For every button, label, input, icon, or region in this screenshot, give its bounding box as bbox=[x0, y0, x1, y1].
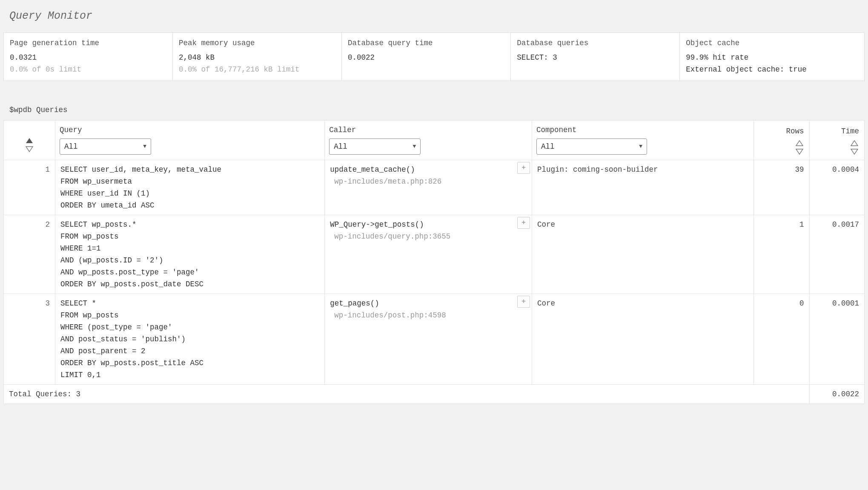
query-sql: SELECT wp_posts.* FROM wp_posts WHERE 1=… bbox=[60, 219, 319, 290]
summary-value: 2,048 kB bbox=[179, 52, 335, 63]
panel-title: Query Monitor bbox=[3, 4, 865, 32]
total-time: 0.0022 bbox=[809, 385, 864, 404]
sort-by-number[interactable] bbox=[4, 121, 55, 160]
summary-value: 0.0321 bbox=[10, 52, 166, 63]
sort-arrows-icon bbox=[850, 140, 859, 155]
column-label: Time bbox=[815, 125, 859, 137]
caller-function: update_meta_cache() bbox=[330, 164, 513, 176]
summary-value: 0.0022 bbox=[348, 52, 504, 63]
queries-table: Query All ▼ Caller All ▼ Component All ▼ bbox=[3, 120, 865, 404]
column-label: Query bbox=[60, 124, 320, 136]
column-query: Query All ▼ bbox=[55, 121, 325, 160]
table-row: 2SELECT wp_posts.* FROM wp_posts WHERE 1… bbox=[4, 215, 865, 294]
caller-file: wp-includes/query.php:3655 bbox=[330, 231, 513, 242]
chevron-down-icon: ▼ bbox=[143, 142, 146, 151]
svg-marker-5 bbox=[851, 149, 858, 154]
summary-db-time: Database query time 0.0022 bbox=[342, 33, 511, 81]
expand-caller-button[interactable]: + bbox=[517, 296, 530, 308]
summary-label: Object cache bbox=[686, 37, 858, 49]
caller-file: wp-includes/meta.php:826 bbox=[330, 176, 513, 187]
query-sql: SELECT user_id, meta_key, meta_value FRO… bbox=[60, 164, 319, 211]
select-value: All bbox=[334, 141, 347, 153]
summary-page-gen: Page generation time 0.0321 0.0% of 0s l… bbox=[4, 33, 173, 81]
plus-icon: + bbox=[521, 162, 526, 173]
caller-cell: WP_Query->get_posts()wp-includes/query.p… bbox=[325, 215, 532, 294]
query-cell: SELECT user_id, meta_key, meta_value FRO… bbox=[55, 160, 325, 215]
summary-object-cache: Object cache 99.9% hit rate External obj… bbox=[680, 33, 864, 81]
table-row: 3SELECT * FROM wp_posts WHERE (post_type… bbox=[4, 294, 865, 385]
summary-label: Database queries bbox=[517, 37, 673, 49]
summary-sub: 0.0% of 0s limit bbox=[10, 63, 166, 75]
table-row: 1SELECT user_id, meta_key, meta_value FR… bbox=[4, 160, 865, 215]
component-cell: Core bbox=[532, 215, 754, 294]
query-cell: SELECT wp_posts.* FROM wp_posts WHERE 1=… bbox=[55, 215, 325, 294]
section-header: $wpdb Queries bbox=[3, 100, 865, 120]
plus-icon: + bbox=[521, 217, 526, 228]
query-sql: SELECT * FROM wp_posts WHERE (post_type … bbox=[60, 297, 319, 381]
summary-peak-mem: Peak memory usage 2,048 kB 0.0% of 16,77… bbox=[173, 33, 342, 81]
column-time[interactable]: Time bbox=[809, 121, 864, 160]
select-value: All bbox=[64, 141, 78, 153]
table-header-row: Query All ▼ Caller All ▼ Component All ▼ bbox=[4, 121, 865, 160]
time-cell: 0.0004 bbox=[809, 160, 864, 215]
filter-caller-select[interactable]: All ▼ bbox=[329, 138, 421, 155]
caller-function: WP_Query->get_posts() bbox=[330, 219, 513, 231]
svg-marker-2 bbox=[796, 141, 803, 146]
table-footer-row: Total Queries: 3 0.0022 bbox=[4, 385, 865, 404]
expand-caller-button[interactable]: + bbox=[517, 217, 530, 229]
summary-value: 99.9% hit rate bbox=[686, 52, 858, 63]
component-cell: Core bbox=[532, 294, 754, 385]
svg-marker-1 bbox=[26, 147, 33, 152]
summary-label: Page generation time bbox=[10, 37, 166, 49]
summary-label: Peak memory usage bbox=[179, 37, 335, 49]
select-value: All bbox=[541, 141, 555, 153]
chevron-down-icon: ▼ bbox=[639, 142, 642, 151]
summary-value: SELECT: 3 bbox=[517, 52, 673, 63]
column-rows[interactable]: Rows bbox=[753, 121, 809, 160]
summary-db-queries: Database queries SELECT: 3 bbox=[511, 33, 680, 81]
rows-cell: 39 bbox=[753, 160, 809, 215]
rows-cell: 1 bbox=[753, 215, 809, 294]
component-cell: Plugin: coming-soon-builder bbox=[532, 160, 754, 215]
expand-caller-button[interactable]: + bbox=[517, 162, 530, 174]
row-number: 2 bbox=[4, 215, 55, 294]
sort-arrows-icon bbox=[795, 140, 804, 155]
summary-sub: 0.0% of 16,777,216 kB limit bbox=[179, 63, 335, 75]
chevron-down-icon: ▼ bbox=[413, 142, 416, 151]
svg-marker-4 bbox=[851, 141, 858, 146]
column-caller: Caller All ▼ bbox=[325, 121, 532, 160]
time-cell: 0.0017 bbox=[809, 215, 864, 294]
column-label: Caller bbox=[329, 124, 527, 136]
time-cell: 0.0001 bbox=[809, 294, 864, 385]
plus-icon: + bbox=[521, 296, 526, 307]
filter-component-select[interactable]: All ▼ bbox=[536, 138, 647, 155]
summary-label: Database query time bbox=[348, 37, 504, 49]
svg-marker-0 bbox=[26, 138, 33, 143]
caller-file: wp-includes/post.php:4598 bbox=[330, 309, 513, 321]
query-cell: SELECT * FROM wp_posts WHERE (post_type … bbox=[55, 294, 325, 385]
caller-function: get_pages() bbox=[330, 297, 513, 309]
rows-cell: 0 bbox=[753, 294, 809, 385]
row-number: 3 bbox=[4, 294, 55, 385]
svg-marker-3 bbox=[796, 149, 803, 154]
caller-cell: update_meta_cache()wp-includes/meta.php:… bbox=[325, 160, 532, 215]
row-number: 1 bbox=[4, 160, 55, 215]
summary-sub: External object cache: true bbox=[686, 63, 858, 75]
total-queries-label: Total Queries: 3 bbox=[4, 385, 810, 404]
column-component: Component All ▼ bbox=[532, 121, 754, 160]
summary-bar: Page generation time 0.0321 0.0% of 0s l… bbox=[3, 32, 865, 81]
filter-query-select[interactable]: All ▼ bbox=[60, 138, 151, 155]
column-label: Rows bbox=[759, 125, 804, 137]
caller-cell: get_pages()wp-includes/post.php:4598+ bbox=[325, 294, 532, 385]
sort-arrows-icon bbox=[25, 137, 34, 153]
column-label: Component bbox=[536, 124, 749, 136]
